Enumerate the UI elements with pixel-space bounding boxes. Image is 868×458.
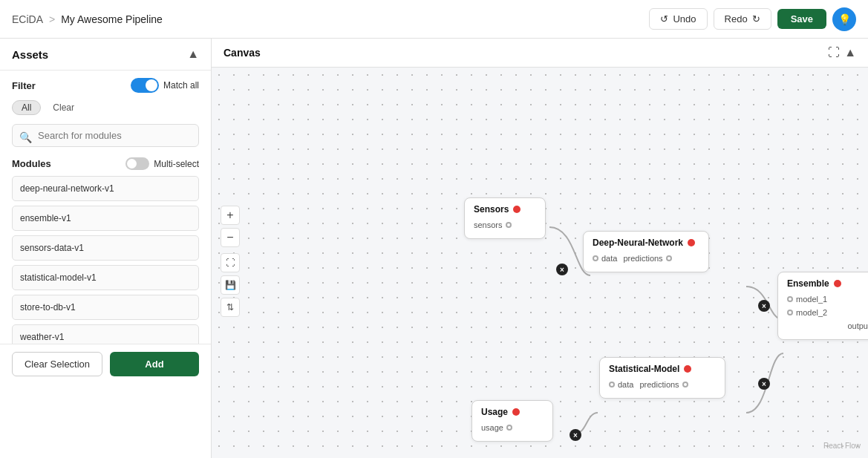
connection-dot-sensors[interactable]: ×: [556, 264, 568, 275]
toggle-slider: [131, 78, 159, 93]
port-stat-out: predictions: [639, 380, 688, 389]
node-usage: Usage usage: [471, 400, 553, 442]
node-usage-title: Usage: [481, 407, 544, 417]
save-snapshot-button[interactable]: 💾: [221, 275, 240, 295]
port-ensemble-in1: model_1: [787, 295, 827, 304]
port-dot-stat-out: [682, 382, 688, 387]
usage-ports: usage: [481, 423, 544, 432]
node-ensemble-title: Ensemble: [787, 278, 868, 289]
add-button[interactable]: Add: [110, 352, 199, 376]
filter-tags: All Clear: [0, 97, 211, 121]
sidebar-title: Assets: [12, 48, 48, 61]
port-dot-dnn-out: [666, 255, 672, 261]
list-item[interactable]: ensemble-v1: [12, 206, 199, 231]
sidebar-footer: Clear Selection Add: [0, 344, 211, 384]
list-item[interactable]: statistical-model-v1: [12, 265, 199, 290]
tag-clear-button[interactable]: Clear: [45, 101, 82, 114]
port-usage-out: usage: [481, 423, 512, 432]
tag-all-button[interactable]: All: [12, 100, 41, 115]
redo-button[interactable]: Redo ↻: [714, 8, 771, 30]
list-item[interactable]: store-to-db-v1: [12, 295, 199, 320]
search-icon: 🔍: [19, 131, 32, 143]
zoom-controls: + − ⛶ 💾 ⇅: [221, 206, 240, 317]
undo-icon: ↺: [660, 13, 668, 24]
clear-selection-button[interactable]: Clear Selection: [12, 352, 102, 376]
modules-label: Modules: [12, 158, 51, 169]
sensors-ports: sensors: [474, 220, 536, 229]
expand-canvas-button[interactable]: ⛶: [828, 46, 840, 59]
canvas-area: Canvas ⛶ ▲ × × ×: [212, 39, 868, 458]
stat-status-dot: [684, 365, 691, 373]
port-dot-ensemble-in1: [787, 296, 793, 302]
module-list: deep-neural-network-v1 ensemble-v1 senso…: [0, 173, 211, 344]
port-dot-ensemble-in2: [787, 310, 793, 315]
node-statistical: Statistical-Model data predictions: [599, 357, 725, 399]
usage-status-dot: [512, 408, 520, 416]
sensors-status-dot: [513, 206, 521, 213]
layout-button[interactable]: ⇅: [221, 298, 240, 317]
ensemble-status-dot: [834, 280, 841, 287]
node-deep-neural: Deep-Neural-Network data predictions: [583, 231, 709, 272]
canvas-title: Canvas: [223, 47, 261, 59]
ensemble-ports: model_1 model_2 output: [787, 295, 868, 330]
node-ensemble: Ensemble model_1 model_2 output: [777, 272, 868, 340]
node-dnn-title: Deep-Neural-Network: [593, 238, 699, 248]
main-layout: Assets ▲ Filter Match all All Clear 🔍 Mo…: [0, 39, 868, 458]
lightbulb-button[interactable]: 💡: [832, 7, 856, 31]
connection-dot-stat[interactable]: ×: [758, 378, 770, 390]
connection-dot-usage[interactable]: ×: [570, 429, 581, 441]
zoom-in-button[interactable]: +: [221, 206, 240, 225]
list-item[interactable]: weather-v1: [12, 324, 199, 344]
filter-label: Filter: [12, 80, 36, 91]
topbar-actions: ↺ Undo Redo ↻ Save 💡: [649, 7, 856, 31]
port-dot-dnn-in: [593, 255, 598, 261]
search-input[interactable]: [12, 124, 199, 147]
search-wrap: 🔍: [0, 121, 211, 153]
canvas-controls: ⛶ ▲: [828, 46, 856, 59]
port-ensemble-out: output: [847, 321, 868, 330]
topbar: ECiDA > My Awesome Pipeline ↺ Undo Redo …: [0, 0, 868, 39]
node-sensors-title: Sensors: [474, 204, 536, 215]
save-button[interactable]: Save: [777, 9, 826, 29]
collapse-canvas-button[interactable]: ▲: [844, 46, 856, 59]
connection-dot-dnn[interactable]: ×: [758, 300, 770, 312]
zoom-out-button[interactable]: −: [221, 228, 240, 247]
lightbulb-icon: 💡: [838, 13, 851, 25]
canvas-body[interactable]: × × × × × Sensors sensors: [212, 68, 868, 454]
multiselect-slider: [125, 157, 149, 170]
node-sensors: Sensors sensors: [464, 197, 546, 239]
multiselect-toggle[interactable]: [125, 157, 149, 170]
zoom-tools: ⛶ 💾 ⇅: [221, 253, 240, 317]
port-sensors-out: sensors: [474, 220, 512, 229]
reactflow-label: React Flow: [823, 442, 861, 450]
canvas-svg: [212, 68, 868, 454]
collapse-sidebar-button[interactable]: ▲: [187, 48, 199, 61]
port-dnn-in: data: [593, 254, 617, 263]
match-all-label: Match all: [163, 80, 199, 91]
breadcrumb-separator: >: [49, 13, 55, 25]
stat-ports: data predictions: [609, 380, 716, 389]
dnn-status-dot: [688, 239, 695, 246]
dnn-ports: data predictions: [593, 254, 699, 263]
filter-row: Filter Match all: [0, 71, 211, 97]
canvas-header: Canvas ⛶ ▲: [212, 39, 868, 68]
port-stat-in: data: [609, 380, 633, 389]
port-dot-usage-out: [506, 425, 512, 431]
redo-label: Redo: [725, 13, 748, 24]
node-stat-title: Statistical-Model: [609, 364, 716, 374]
match-all-toggle-wrap: Match all: [131, 78, 199, 93]
fit-view-button[interactable]: ⛶: [221, 253, 240, 272]
sidebar: Assets ▲ Filter Match all All Clear 🔍 Mo…: [0, 39, 212, 458]
modules-header: Modules Multi-select: [0, 153, 211, 173]
breadcrumb: ECiDA > My Awesome Pipeline: [12, 13, 163, 25]
list-item[interactable]: sensors-data-v1: [12, 235, 199, 261]
pipeline-name: My Awesome Pipeline: [61, 13, 163, 25]
multiselect-wrap: Multi-select: [125, 157, 199, 170]
redo-icon: ↻: [752, 13, 760, 24]
undo-button[interactable]: ↺ Undo: [649, 8, 707, 30]
sidebar-header: Assets ▲: [0, 39, 211, 71]
port-dot-stat-in: [609, 382, 615, 387]
list-item[interactable]: deep-neural-network-v1: [12, 176, 199, 201]
match-all-toggle[interactable]: [131, 78, 159, 93]
brand-label[interactable]: ECiDA: [12, 13, 43, 25]
